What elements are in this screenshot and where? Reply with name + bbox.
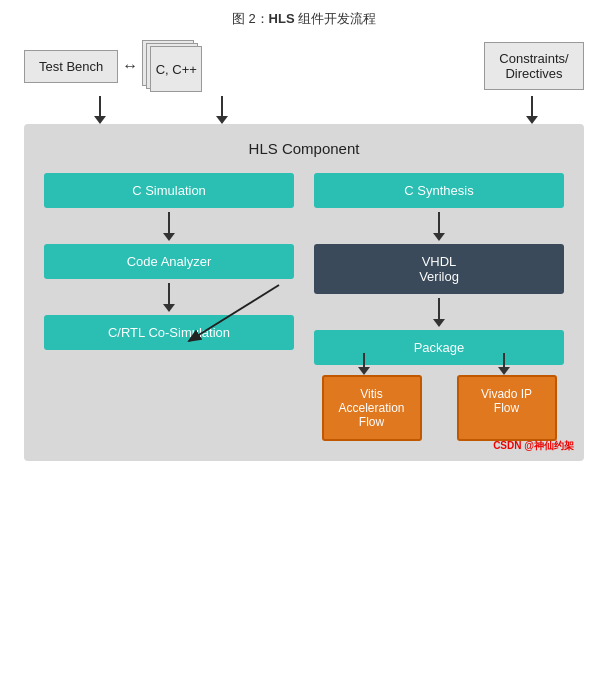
- c-simulation-box: C Simulation: [44, 173, 294, 208]
- arrow-csim-down: [168, 212, 170, 234]
- title-bold: HLS: [269, 11, 295, 26]
- inner-content: C Simulation Code Analyzer C/RTL Co-Simu…: [44, 173, 564, 441]
- constraints-box: Constraints/Directives: [484, 42, 584, 90]
- arrow-cpp-down: [216, 96, 228, 124]
- vitis-flow-box: VitisAccelerationFlow: [322, 375, 422, 441]
- right-col: C Synthesis VHDLVerilog Package: [314, 173, 564, 365]
- arrow-vhdl-down: [438, 298, 440, 320]
- c-synthesis-box: C Synthesis: [314, 173, 564, 208]
- vhdl-verilog-label: VHDLVerilog: [419, 254, 459, 284]
- top-section: Test Bench ↔ C, C++ Constraints/Directiv…: [24, 40, 584, 124]
- page-title: 图 2：HLS 组件开发流程: [232, 10, 376, 28]
- vivado-flow-box: Vivado IPFlow: [457, 375, 557, 441]
- code-analyzer-label: Code Analyzer: [127, 254, 212, 269]
- cpp-label: C, C++: [156, 62, 197, 77]
- watermark-text: CSDN @神仙约架: [493, 440, 574, 451]
- double-arrow-icon: ↔: [122, 57, 138, 75]
- hls-component-label: HLS Component: [249, 140, 360, 157]
- top-boxes-row: Test Bench ↔ C, C++ Constraints/Directiv…: [24, 40, 584, 92]
- top-left-group: Test Bench ↔ C, C++: [24, 40, 202, 92]
- c-simulation-label: C Simulation: [132, 183, 206, 198]
- title-prefix: 图 2：: [232, 11, 269, 26]
- vitis-flow-label: VitisAccelerationFlow: [338, 387, 404, 429]
- paper-3: C, C++: [150, 46, 202, 92]
- title-suffix: 组件开发流程: [295, 11, 377, 26]
- hls-component-title: HLS Component: [44, 140, 564, 157]
- watermark: CSDN @神仙约架: [493, 439, 574, 453]
- arrow-package-vitis: [358, 353, 370, 375]
- crtl-cosim-box: C/RTL Co-Simulation: [44, 315, 294, 350]
- constraints-label: Constraints/Directives: [499, 51, 568, 81]
- crtl-cosim-label: C/RTL Co-Simulation: [108, 325, 230, 340]
- arrow-csynth-down: [438, 212, 440, 234]
- arrow-package-vivado: [498, 353, 510, 375]
- test-bench-label: Test Bench: [39, 59, 103, 74]
- arrow-testbench-down: [94, 96, 106, 124]
- arrow-codeanalyzer-down: [168, 283, 170, 305]
- code-analyzer-box: Code Analyzer: [44, 244, 294, 279]
- hls-component: HLS Component C Simulation: [24, 124, 584, 461]
- inner-layout: C Simulation Code Analyzer C/RTL Co-Simu…: [44, 173, 564, 365]
- vivado-flow-label: Vivado IPFlow: [481, 387, 532, 415]
- arrow-constraints-down: [526, 96, 538, 124]
- left-col: C Simulation Code Analyzer C/RTL Co-Simu…: [44, 173, 294, 365]
- stacked-papers: C, C++: [142, 40, 202, 92]
- c-synthesis-label: C Synthesis: [404, 183, 473, 198]
- test-bench-box: Test Bench: [24, 50, 118, 83]
- vhdl-verilog-box: VHDLVerilog: [314, 244, 564, 294]
